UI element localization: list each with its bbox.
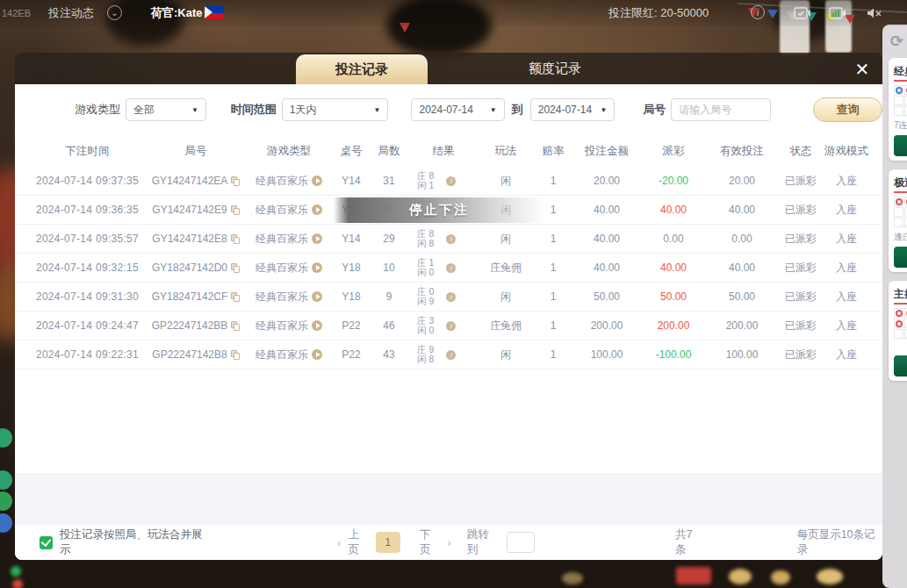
result-detail-icon[interactable]: i bbox=[446, 176, 456, 186]
result-detail-icon[interactable]: i bbox=[446, 292, 456, 302]
copy-icon[interactable] bbox=[231, 263, 240, 273]
result-player: 闲 8 bbox=[417, 355, 434, 364]
merge-checkbox[interactable] bbox=[40, 536, 53, 549]
copy-icon[interactable] bbox=[231, 292, 240, 302]
result-detail-icon[interactable]: i bbox=[446, 234, 456, 244]
cell-bet-time: 2024-07-14 09:35:57 bbox=[28, 233, 147, 245]
query-button[interactable]: 查询 bbox=[813, 97, 882, 122]
cell-payout: 200.00 bbox=[640, 319, 707, 332]
play-video-icon[interactable] bbox=[312, 176, 322, 186]
prev-page-button[interactable]: 上页 bbox=[348, 527, 368, 557]
table-row[interactable]: 2024-07-14 09:31:30 GY18247142CF 经典百家乐 Y… bbox=[15, 283, 882, 312]
cell-payout: 40.00 bbox=[640, 204, 707, 216]
bet-dynamics-label[interactable]: 投注动态 bbox=[48, 5, 94, 21]
result-detail-icon[interactable]: i bbox=[446, 350, 456, 360]
lobby-card[interactable]: 极速逢庄 bbox=[889, 169, 907, 272]
merge-records-label: 投注记录按照局、玩法合并展示 bbox=[60, 527, 207, 557]
round-id-input[interactable]: 请输入局号 bbox=[671, 98, 771, 121]
date-from-select[interactable]: 2024-07-14▼ bbox=[411, 98, 504, 121]
chevron-down-icon[interactable]: ⌄ bbox=[107, 5, 122, 20]
next-chevron-icon: › bbox=[447, 536, 450, 549]
table-header-row: 下注时间局号 游戏类型桌号 局数结果 玩法赔率 投注金额派彩 有效投注状态 游戏… bbox=[15, 135, 882, 167]
result-player: 闲 0 bbox=[417, 326, 434, 335]
enter-table-button[interactable] bbox=[894, 247, 907, 268]
cell-odds: 1 bbox=[533, 175, 573, 187]
cell-bet-amount: 50.00 bbox=[573, 290, 640, 303]
lobby-card-title: 主播 bbox=[894, 287, 907, 305]
cell-table-no: P22 bbox=[333, 348, 370, 361]
enter-table-button[interactable] bbox=[894, 355, 907, 376]
game-id-fragment: 142EB bbox=[2, 8, 31, 18]
date-to-select[interactable]: 2024-07-14▼ bbox=[530, 98, 615, 121]
stop-betting-banner: 停止下注 bbox=[334, 197, 544, 223]
video-toggle-icon[interactable] bbox=[793, 4, 812, 21]
table-row[interactable]: 2024-07-14 09:24:47 GP22247142BB 经典百家乐 P… bbox=[15, 312, 882, 341]
result-player: 闲 9 bbox=[417, 297, 434, 306]
cell-game-mode: 入座 bbox=[824, 319, 868, 333]
cell-bet-amount: 40.00 bbox=[573, 204, 640, 216]
streak-label bbox=[894, 342, 907, 352]
roadmap-grid bbox=[894, 85, 907, 116]
play-video-icon[interactable] bbox=[312, 291, 322, 302]
refresh-icon[interactable]: ⟳ bbox=[890, 32, 907, 51]
cell-game-type: 经典百家乐 bbox=[256, 232, 308, 247]
result-player: 闲 8 bbox=[417, 239, 434, 248]
cell-payout: 50.00 bbox=[640, 290, 707, 303]
limit-info-icon[interactable]: i bbox=[751, 5, 765, 19]
copy-icon[interactable] bbox=[231, 321, 240, 331]
tab-bet-records[interactable]: 投注记录 bbox=[296, 54, 428, 84]
mute-speaker-icon[interactable] bbox=[865, 4, 884, 21]
prev-chevron-icon: ‹ bbox=[337, 536, 341, 549]
next-page-button[interactable]: 下页 bbox=[420, 527, 440, 557]
game-type-select[interactable]: 全部▼ bbox=[126, 98, 206, 121]
play-video-icon[interactable] bbox=[312, 262, 322, 273]
table-row[interactable]: 2024-07-14 09:22:31 GP22247142B8 经典百家乐 P… bbox=[15, 341, 882, 369]
play-video-icon[interactable] bbox=[312, 204, 322, 215]
result-player: 闲 0 bbox=[417, 268, 434, 277]
tab-credit-records[interactable]: 额度记录 bbox=[507, 53, 603, 84]
table-row[interactable]: 2024-07-14 09:35:57 GY14247142E8 经典百家乐 Y… bbox=[15, 225, 882, 254]
result-detail-icon[interactable]: i bbox=[446, 263, 456, 273]
modal-tab-bar: 投注记录 额度记录 ✕ bbox=[15, 53, 882, 84]
play-video-icon[interactable] bbox=[312, 320, 322, 331]
lobby-card-title: 极速 bbox=[894, 176, 907, 193]
lobby-card[interactable]: 经典7连 bbox=[889, 58, 907, 161]
current-page-badge[interactable]: 1 bbox=[376, 532, 400, 553]
cell-round-no: 31 bbox=[370, 175, 408, 187]
cell-status: 已派彩 bbox=[777, 319, 824, 333]
cell-table-no: Y14 bbox=[333, 175, 370, 187]
cell-play-type: 闲 bbox=[479, 290, 533, 305]
close-icon[interactable]: ✕ bbox=[851, 58, 874, 81]
cell-game-type: 经典百家乐 bbox=[256, 203, 308, 218]
result-detail-icon[interactable]: i bbox=[446, 321, 456, 331]
table-row[interactable]: 2024-07-14 09:37:35 GY14247142EA 经典百家乐 Y… bbox=[15, 167, 882, 196]
video-quality-icon[interactable] bbox=[828, 4, 847, 21]
copy-icon[interactable] bbox=[231, 176, 240, 186]
cell-bet-time: 2024-07-14 09:24:47 bbox=[28, 319, 147, 332]
caret-down-icon: ▼ bbox=[184, 106, 198, 114]
lobby-card[interactable]: 主播 bbox=[889, 281, 907, 381]
enter-table-button[interactable] bbox=[894, 135, 907, 156]
table-row[interactable]: 2024-07-14 09:36:35 GY14247142E9 经典百家乐 Y… bbox=[15, 196, 882, 225]
dealer-name-label: 荷官:Kate bbox=[151, 5, 203, 21]
play-video-icon[interactable] bbox=[312, 233, 322, 244]
copy-icon[interactable] bbox=[231, 350, 240, 360]
copy-icon[interactable] bbox=[231, 205, 240, 215]
copy-icon[interactable] bbox=[231, 234, 240, 244]
caret-down-icon: ▼ bbox=[367, 106, 381, 114]
cell-round-id: GY18247142D0 bbox=[152, 262, 227, 274]
cell-valid-bet: 20.00 bbox=[707, 175, 777, 187]
play-video-icon[interactable] bbox=[312, 349, 322, 360]
cell-table-no: Y14 bbox=[333, 233, 370, 245]
roadmap-grid bbox=[894, 197, 907, 227]
cell-round-no: 43 bbox=[370, 348, 408, 361]
table-row[interactable]: 2024-07-14 09:32:15 GY18247142D0 经典百家乐 Y… bbox=[15, 254, 882, 283]
cell-valid-bet: 40.00 bbox=[707, 262, 777, 274]
jump-page-input[interactable] bbox=[507, 532, 535, 553]
time-range-select[interactable]: 1天内▼ bbox=[282, 98, 389, 121]
cell-round-no: 10 bbox=[370, 262, 408, 274]
cell-bet-amount: 40.00 bbox=[573, 233, 640, 245]
cell-odds: 1 bbox=[533, 262, 573, 274]
cell-round-no: 29 bbox=[370, 233, 408, 245]
table-body: 2024-07-14 09:37:35 GY14247142EA 经典百家乐 Y… bbox=[15, 167, 882, 369]
